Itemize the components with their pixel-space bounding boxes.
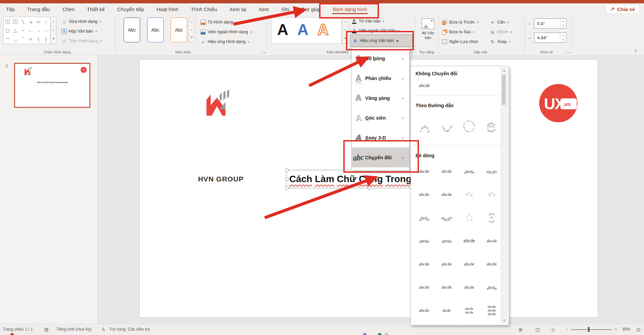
merge-shapes-button[interactable]: ◎ Trộn Hình dạng▾ bbox=[61, 37, 101, 45]
resize-handle[interactable] bbox=[285, 168, 289, 172]
zoom-in-button[interactable]: + bbox=[615, 327, 617, 332]
tab-shape-format[interactable]: Định dạng hình bbox=[332, 4, 368, 14]
warp-style-option[interactable]: abcde bbox=[480, 229, 503, 252]
shape-option-icon[interactable]: { bbox=[35, 35, 42, 44]
menu-item-glow[interactable]: A Vầng sáng › bbox=[352, 88, 409, 108]
dialog-launcher-icon[interactable]: ↘ bbox=[409, 50, 413, 54]
menu-item-3d-rotation[interactable]: A Xoay 3-D › bbox=[352, 128, 409, 148]
spinner-up-icon[interactable]: ▴ bbox=[560, 33, 566, 38]
accessibility-icon[interactable]: ♿ bbox=[102, 327, 106, 332]
shape-option-icon[interactable]: ⌐ bbox=[19, 26, 27, 35]
warp-style-option[interactable]: abcde bbox=[435, 183, 458, 206]
zoom-out-button[interactable]: − bbox=[566, 327, 568, 332]
warp-style-option[interactable]: abcde bbox=[413, 299, 435, 322]
warp-style-option[interactable]: abcde bbox=[413, 229, 435, 252]
text-effects-button[interactable]: A Hiệu ứng Văn bản▾ bbox=[350, 34, 413, 47]
tab-home[interactable]: Trang đầu bbox=[27, 4, 51, 14]
path-circle-option[interactable]: abcdefghijklmnop bbox=[458, 111, 480, 142]
scroll-down-icon[interactable]: ▼ bbox=[501, 318, 507, 323]
rotate-button[interactable]: ↻ Xoay▾ bbox=[490, 38, 511, 46]
shape-style-preset-2[interactable]: Abc bbox=[147, 17, 164, 42]
shape-fill-button[interactable]: Tô Hình dạng▾ bbox=[200, 18, 237, 26]
warp-style-option[interactable]: abcde bbox=[458, 183, 480, 206]
spinner-down-icon[interactable]: ▾ bbox=[560, 38, 566, 42]
scroll-up-icon[interactable]: ▲ bbox=[51, 17, 56, 26]
resize-handle[interactable] bbox=[285, 186, 289, 190]
shape-option-icon[interactable]: ◡ bbox=[11, 35, 19, 44]
reading-view-icon[interactable]: ◫ bbox=[535, 327, 540, 332]
scroll-up-icon[interactable]: ▲ bbox=[501, 68, 507, 74]
send-backward-button[interactable]: Đưa ra Sau▾ bbox=[442, 28, 475, 36]
gallery-more-icon[interactable]: ▼ bbox=[51, 35, 56, 44]
warp-style-option[interactable]: abcde bbox=[435, 299, 458, 322]
zoom-slider-handle[interactable] bbox=[588, 327, 590, 332]
shape-option-icon[interactable]: ╲ bbox=[19, 17, 27, 26]
zoom-level[interactable]: 85% bbox=[622, 327, 631, 332]
text-fill-button[interactable]: A Tô Văn bản▾ bbox=[351, 17, 384, 25]
tab-help[interactable]: Trợ giúp bbox=[301, 4, 321, 14]
notes-icon[interactable]: ▤ bbox=[44, 327, 48, 332]
tab-animations[interactable]: Hoạt hình bbox=[156, 4, 179, 14]
tab-review[interactable]: Xem lại bbox=[229, 4, 247, 14]
alt-text-button[interactable]: Alt Vănbản bbox=[418, 17, 438, 46]
warp-style-option[interactable]: abcdeabcabcde bbox=[480, 206, 503, 229]
text-outline-button[interactable]: A Viền ngoài Văn bản▾ bbox=[351, 27, 399, 35]
warp-style-option[interactable]: abcde bbox=[435, 206, 458, 229]
shape-width-stepper[interactable]: 4.94" ▴▾ bbox=[534, 33, 566, 43]
shape-effects-button[interactable]: ▱ Hiệu ứng Hình dạng▾ bbox=[200, 38, 249, 46]
path-button-option[interactable]: abcdef Ghij lmnopq bbox=[480, 111, 502, 142]
shape-style-preset-3[interactable]: Abc bbox=[171, 17, 187, 42]
zoom-slider-track[interactable] bbox=[571, 329, 612, 330]
warp-style-option[interactable]: abcde bbox=[413, 206, 435, 229]
scroll-down-icon[interactable]: ▼ bbox=[51, 26, 56, 35]
warp-style-option[interactable]: abcde bbox=[435, 276, 458, 299]
edit-shape-button[interactable]: ◇ Sửa Hình dạng▾ bbox=[61, 17, 101, 26]
shape-style-preset-1[interactable]: Abc bbox=[124, 17, 140, 42]
menu-item-reflection[interactable]: A Phản chiếu › bbox=[352, 68, 409, 88]
warp-style-option[interactable]: abcde bbox=[413, 252, 435, 276]
shape-option-icon[interactable]: ∟ bbox=[27, 26, 35, 35]
tab-transitions[interactable]: Chuyển tiếp bbox=[117, 4, 145, 14]
warp-style-option[interactable]: abcde bbox=[413, 160, 435, 183]
warp-style-option[interactable]: abcde bbox=[458, 229, 480, 252]
align-button[interactable]: ≡ Căn▾ bbox=[490, 18, 509, 26]
tab-file[interactable]: Tệp bbox=[5, 4, 15, 14]
warp-style-option[interactable]: abcde bbox=[480, 183, 503, 206]
warp-style-option[interactable]: abcde bbox=[435, 229, 458, 252]
selection-pane-button[interactable]: Ngăn Lựa chọn bbox=[442, 38, 478, 46]
warp-style-option[interactable]: abcde bbox=[480, 252, 503, 276]
gallery-scrollbar[interactable]: ▲ ▼ bbox=[501, 68, 507, 324]
shape-option-icon[interactable]: ∿ bbox=[27, 35, 35, 44]
warp-style-option[interactable]: abcde bbox=[413, 276, 435, 299]
shape-height-stepper[interactable]: 0.4" ▴▾ bbox=[534, 18, 566, 29]
shape-option-icon[interactable]: } bbox=[42, 35, 50, 44]
bring-forward-button[interactable]: Đưa ra Trước▾ bbox=[442, 18, 478, 26]
shape-option-icon[interactable]: ◠ bbox=[4, 35, 11, 44]
tab-record[interactable]: Ghi bbox=[281, 4, 290, 14]
tab-slideshow[interactable]: Trình Chiếu bbox=[190, 4, 218, 14]
wordart-style-2[interactable]: A bbox=[297, 17, 308, 42]
normal-view-icon[interactable]: ⊞ bbox=[519, 327, 523, 332]
tab-insert[interactable]: Chèn bbox=[62, 4, 75, 14]
warp-style-option[interactable]: abcdeabcde bbox=[458, 299, 480, 322]
shape-option-icon[interactable]: △ bbox=[11, 26, 19, 35]
shape-option-icon[interactable]: A bbox=[4, 17, 11, 26]
share-button[interactable]: ↗ Chia sẻ bbox=[606, 4, 639, 14]
dialog-launcher-icon[interactable]: ↘ bbox=[261, 50, 265, 54]
dialog-launcher-icon[interactable]: ↘ bbox=[565, 50, 569, 54]
warp-style-option[interactable]: abcde bbox=[435, 160, 458, 183]
scroll-up-icon[interactable]: ▲ bbox=[343, 18, 348, 26]
scroll-up-icon[interactable]: ▲ bbox=[189, 18, 195, 26]
wordart-style-1[interactable]: A bbox=[277, 17, 288, 42]
shape-option-icon[interactable]: → bbox=[35, 26, 42, 35]
path-arch-down-option[interactable]: abcdefg bbox=[436, 111, 458, 142]
group-button[interactable]: ▣ Nhóm▾ bbox=[490, 28, 512, 36]
warp-style-option[interactable]: abcde bbox=[480, 276, 503, 299]
warp-style-option[interactable]: abcde bbox=[480, 160, 503, 183]
shape-option-icon[interactable]: ▭ bbox=[35, 17, 42, 26]
path-arch-up-option[interactable]: abcdefg bbox=[414, 111, 436, 142]
warp-style-option[interactable]: abcde bbox=[413, 183, 435, 206]
shape-option-icon[interactable]: ↓ bbox=[42, 26, 50, 35]
panel-resize-handle[interactable]: · · · · bbox=[453, 326, 465, 329]
slide-counter[interactable]: Trang chiếu 1 / 1 bbox=[3, 327, 33, 332]
